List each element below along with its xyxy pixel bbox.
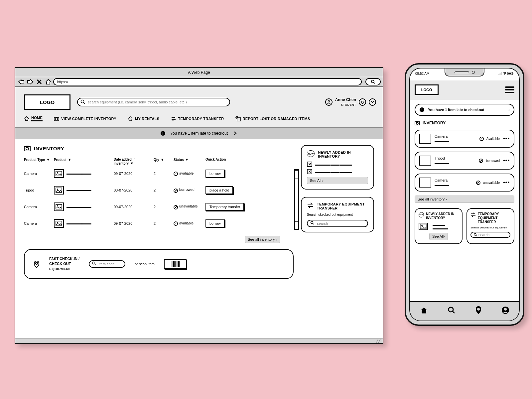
temp-search-input[interactable]: search: [307, 220, 368, 227]
cell-date: 09-07-2020: [114, 205, 154, 209]
col-qty[interactable]: Qty: [154, 158, 159, 162]
filter-icon[interactable]: ▼: [130, 161, 134, 165]
image-placeholder-icon: [54, 219, 64, 228]
equipment-search-input[interactable]: search equipment (i.e. camera sony, trip…: [77, 98, 230, 106]
svg-point-47: [449, 307, 453, 312]
phone-time: 09:52 AM: [415, 72, 429, 80]
more-icon[interactable]: •••: [503, 136, 510, 142]
status-icon: ✓: [174, 172, 178, 176]
quick-action-button[interactable]: borrow: [205, 170, 225, 178]
barcode-scan-button[interactable]: [164, 259, 187, 269]
fast-checkin-card: FAST CHECK-IN / CHECK OUT EQUIPMENT item…: [24, 249, 294, 279]
transfer-icon: [470, 212, 476, 217]
table-scrollbar[interactable]: [294, 169, 299, 230]
placeholder-text: ▬▬▬▬▬ ▬▬▬: [66, 205, 91, 208]
nav-my-rentals[interactable]: MY RENTALS: [128, 116, 160, 121]
search-icon: [80, 99, 86, 105]
cell-type: Camera: [24, 221, 54, 225]
quick-action-button[interactable]: place a hold: [205, 186, 233, 194]
camera-icon: [54, 116, 59, 121]
quick-action-button[interactable]: Temporary transfer: [205, 203, 244, 211]
filter-icon[interactable]: ▼: [68, 158, 71, 162]
stop-icon[interactable]: [35, 78, 43, 85]
logo[interactable]: LOGO: [24, 94, 70, 110]
status-icon: [476, 181, 480, 185]
tab-profile-icon[interactable]: [501, 306, 509, 316]
nav-temporary-transfer[interactable]: TEMPORARY TRANSFER: [171, 116, 224, 121]
nav-view-inventory-label: VIEW COMPLETE INVENTORY: [61, 117, 116, 121]
see-all-button[interactable]: See All ›: [307, 177, 368, 184]
see-all-label: See All: [310, 179, 321, 183]
search-icon: [474, 233, 477, 236]
inventory-heading: INVENTORY: [24, 145, 294, 152]
filter-icon[interactable]: ▼: [161, 158, 164, 162]
table-header: Product Type▼ Product▼ Date added in inv…: [24, 158, 294, 165]
see-all-inventory-button[interactable]: See all inventory ›: [245, 236, 280, 243]
svg-point-22: [36, 262, 38, 264]
home-icon[interactable]: [44, 78, 52, 85]
newly-added-card: NEW NEWLY ADDED IN INVENTORY ✕▬▬▬▬▬ ▬▬▬ …: [301, 145, 374, 190]
more-icon[interactable]: •••: [503, 180, 510, 186]
cell-qty: 2: [154, 205, 174, 209]
cell-type: Camera: [24, 172, 54, 176]
hamburger-menu-icon[interactable]: [505, 86, 514, 93]
status-icon: [174, 189, 178, 193]
filter-icon[interactable]: ▼: [46, 158, 50, 162]
new-item-row[interactable]: ✕▬▬▬▬▬ ▬▬▬ ▬▬▬▬: [307, 169, 368, 174]
tab-location-icon[interactable]: [475, 306, 482, 317]
mobile-temp-search-placeholder: search: [478, 233, 489, 237]
svg-rect-16: [56, 188, 62, 193]
svg-point-1: [81, 100, 84, 103]
address-bar[interactable]: https://: [53, 78, 362, 85]
bell-icon[interactable]: [359, 98, 366, 106]
cell-date: 09-07-2020: [114, 221, 154, 225]
svg-rect-27: [500, 73, 500, 75]
checkbox-icon[interactable]: ✕: [307, 169, 312, 174]
col-action: Quick Action: [205, 158, 226, 161]
quick-action-button[interactable]: borrow: [205, 219, 225, 227]
browser-search-button[interactable]: [365, 78, 381, 85]
item-code-input[interactable]: item code: [89, 260, 125, 268]
alert-banner[interactable]: You have 1 item late to checkout: [15, 128, 383, 139]
svg-rect-26: [499, 73, 499, 75]
nav-home[interactable]: HOME: [24, 116, 43, 121]
phone-frame: 09:52 AM LOGO You have 1 item late to ch…: [405, 63, 524, 326]
svg-point-21: [57, 222, 58, 223]
image-placeholder-icon: [419, 178, 431, 188]
col-product-type[interactable]: Product Type: [24, 158, 45, 162]
browser-toolbar: https://: [15, 77, 383, 87]
signal-icon: [498, 72, 502, 75]
item-status: borrowed: [479, 159, 500, 163]
back-icon[interactable]: [17, 78, 25, 85]
forward-icon[interactable]: [26, 78, 34, 85]
nav-report-label: REPORT LOST OR DAMAGED ITEMS: [243, 117, 310, 121]
tab-search-icon[interactable]: [448, 306, 456, 316]
checkbox-icon[interactable]: ✕: [307, 162, 312, 167]
col-status[interactable]: Status: [174, 158, 184, 162]
svg-point-19: [57, 205, 58, 206]
search-placeholder: search equipment (i.e. camera sony, trip…: [88, 100, 187, 104]
nav-report[interactable]: REPORT LOST OR DAMAGED ITEMS: [235, 116, 310, 121]
nav-view-inventory[interactable]: VIEW COMPLETE INVENTORY: [54, 116, 116, 121]
svg-point-4: [56, 118, 58, 120]
temp-card-subtitle: Search ckecked-out equipment: [307, 213, 368, 216]
filter-icon[interactable]: ▼: [185, 158, 189, 162]
new-item-row[interactable]: ✕▬▬▬▬▬ ▬▬▬ ▬▬▬▬: [307, 162, 368, 167]
dropdown-icon[interactable]: [369, 98, 376, 106]
scrollbar-thumb[interactable]: [295, 170, 298, 179]
mobile-temp-search-input[interactable]: search: [470, 232, 510, 238]
more-icon[interactable]: •••: [503, 158, 510, 164]
cell-status: ✓avaliable: [174, 221, 205, 226]
item-status: ✓Available: [479, 137, 500, 141]
mobile-new-see-all-button[interactable]: See All ›: [429, 233, 448, 240]
cell-type: Camera: [24, 205, 54, 209]
svg-rect-33: [422, 108, 422, 110]
tab-home-icon[interactable]: [420, 307, 428, 316]
mobile-logo[interactable]: LOGO: [415, 84, 439, 95]
mobile-inventory-item[interactable]: Camera▬▬▬▬▬▬unavailable•••: [415, 174, 514, 192]
col-product[interactable]: Product: [54, 158, 66, 162]
placeholder-text: ▬▬▬▬▬ ▬▬▬: [66, 221, 91, 225]
user-avatar-icon[interactable]: [325, 98, 332, 106]
report-icon: [235, 116, 241, 121]
fast-title-line: FAST CHECK-IN /: [49, 256, 79, 261]
